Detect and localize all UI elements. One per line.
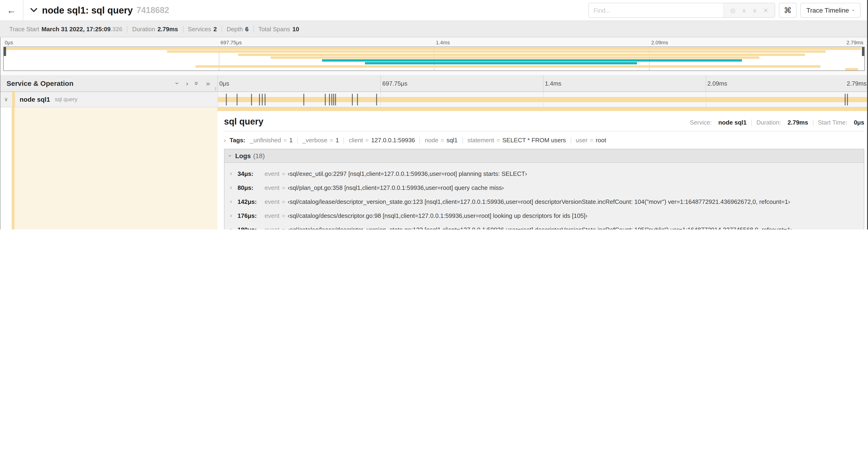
trace-summary-item: Duration2.79ms (128, 25, 183, 32)
view-selector-button[interactable]: Trace Timeline › (800, 3, 861, 18)
logs-title: Logs (235, 152, 251, 160)
highlight-matches-icon[interactable]: ◎ (730, 7, 736, 14)
left-window-edge (0, 37, 0, 230)
log-row[interactable]: ›34μs:event=‹sql/exec_util.go:2297 [nsql… (230, 167, 864, 181)
expand-all-icon[interactable]: » (206, 80, 210, 87)
chevron-right-icon[interactable]: › (230, 212, 238, 219)
logs-count: (18) (253, 152, 265, 160)
page-header: ← node sql1: sql query 7418682 ◎∧∨✕ ⌘ Tr… (0, 0, 868, 21)
axis-tick-label: 697.75μs (220, 40, 242, 45)
log-timestamp: 34μs: (238, 170, 265, 177)
log-timestamp: 189μs: (238, 226, 265, 230)
summary-value-fraction: .326 (111, 25, 123, 32)
minimap-right-drag-handle[interactable] (862, 47, 864, 56)
tag-key: _verbose (302, 137, 328, 144)
log-marker-tick (251, 94, 252, 105)
collapse-one-icon[interactable]: › (174, 82, 181, 85)
summary-value: 10 (292, 25, 299, 32)
axis-tick-label: 697.75μs (382, 80, 408, 87)
log-marker-tick (237, 94, 238, 105)
keyboard-shortcuts-button[interactable]: ⌘ (779, 3, 797, 18)
log-row[interactable]: ›142μs:event=‹sql/catalog/lease/descript… (230, 195, 864, 208)
minimap-span-bar (322, 59, 742, 62)
span-bar-track[interactable] (217, 92, 868, 107)
logs-header[interactable]: › Logs (18) (224, 149, 864, 163)
summary-label: Total Spans (258, 25, 290, 32)
log-row[interactable]: ›80μs:event=‹sql/plan_opt.go:358 [nsql1,… (230, 181, 864, 195)
chevron-right-icon[interactable]: › (230, 170, 238, 177)
service-operation-title: Service & Operation (6, 79, 177, 87)
tag-separator (420, 137, 420, 143)
timeline-minimap: 0μs697.75μs1.4ms2.09ms2.79ms (0, 37, 868, 71)
logs-panel: › Logs (18) ›34μs:event=‹sql/exec_util.g… (224, 149, 864, 230)
find-group: ◎∧∨✕ (588, 3, 775, 18)
right-scrollbar[interactable] (867, 0, 868, 230)
tag-pair: _unfinished=1 (250, 137, 292, 144)
tag-value: 1 (289, 137, 292, 144)
span-name-cell[interactable]: ∨ node sql1 sql query (0, 92, 217, 107)
chevron-right-icon[interactable]: › (230, 226, 238, 230)
clear-search-icon[interactable]: ✕ (763, 7, 768, 14)
span-row: ∨ node sql1 sql query (0, 92, 868, 107)
meta-value: 2.79ms (787, 119, 808, 126)
span-detail-meta: Service:node sql1Duration:2.79msStart Ti… (690, 119, 864, 126)
find-input[interactable] (589, 3, 723, 17)
tag-key: statement (467, 137, 494, 144)
axis-tick-label: 0μs (219, 80, 229, 87)
next-match-icon[interactable]: ∨ (752, 7, 757, 14)
page-title: node sql1: sql query (42, 5, 133, 15)
summary-value: 2.79ms (157, 25, 178, 32)
minimap-span-bar (195, 65, 820, 67)
tag-value: 127.0.0.1:59936 (371, 137, 415, 144)
axis-tick-label: 2.09ms (651, 40, 668, 45)
minimap-span-bar (365, 62, 637, 65)
span-detail-duration-bar (217, 107, 868, 111)
collapse-all-icon[interactable]: » (194, 81, 201, 85)
minimap-span-bar (167, 51, 826, 53)
log-marker-tick (376, 94, 377, 105)
log-row[interactable]: ›176μs:event=‹sql/catalog/descs/descript… (230, 208, 864, 223)
span-duration-bar (218, 97, 868, 102)
span-service-name: node sql1 (20, 96, 50, 103)
summary-label: Trace Start (9, 25, 39, 32)
log-marker-tick (335, 94, 336, 105)
meta-value: node sql1 (718, 119, 746, 126)
tag-key: user (576, 137, 588, 144)
log-field-value: ‹sql/exec_util.go:2297 [nsql1,client=127… (288, 170, 527, 177)
span-collapse-chevron-icon[interactable]: ∨ (0, 96, 12, 103)
timeline-axis: 0μs697.75μs1.4ms2.09ms2.79ms (217, 75, 868, 91)
log-field-value: ‹sql/catalog/descs/descriptor.go:98 [nsq… (288, 212, 588, 219)
minimap-canvas[interactable] (3, 47, 865, 71)
equals-sign: = (282, 170, 285, 177)
minimap-span-bar (238, 54, 805, 56)
minimap-left-drag-handle[interactable] (4, 47, 6, 56)
log-marker-tick (333, 94, 334, 105)
trace-summary-item: Total Spans10 (254, 25, 304, 32)
span-color-bar (12, 92, 15, 107)
prev-match-icon[interactable]: ∧ (742, 7, 746, 14)
trace-summary: Trace StartMarch 31 2022, 17:25:09.326Du… (0, 21, 868, 37)
equals-sign: = (283, 137, 287, 144)
chevron-right-icon[interactable]: › (230, 184, 238, 191)
span-detail-content: sql query Service:node sql1Duration:2.79… (217, 111, 868, 230)
meta-label: Start Time: (818, 119, 847, 126)
span-operation-name: sql query (55, 96, 78, 103)
axis-tick-label: 0μs (5, 40, 13, 45)
view-selector-label: Trace Timeline (806, 6, 849, 14)
tag-value: 1 (336, 137, 339, 144)
tag-separator (570, 137, 571, 143)
column-resize-handle[interactable]: ‖ (215, 86, 217, 91)
expand-one-icon[interactable]: › (186, 80, 188, 87)
tags-chevron-right-icon: › (224, 137, 226, 143)
log-row[interactable]: ›189μs:event=‹sql/catalog/lease/descript… (230, 223, 864, 230)
equals-sign: = (365, 137, 369, 144)
minimap-axis-labels: 0μs697.75μs1.4ms2.09ms2.79ms (3, 38, 865, 47)
title-chevron-down-icon[interactable] (30, 8, 37, 12)
tags-row[interactable]: › Tags: _unfinished=1_verbose=1client=12… (224, 137, 864, 144)
back-button[interactable]: ← (0, 0, 23, 21)
tag-pair: statement=SELECT * FROM users (467, 137, 566, 144)
minimap-gap (0, 71, 868, 75)
span-detail-panel: sql query Service:node sql1Duration:2.79… (217, 107, 868, 230)
service-operation-header: Service & Operation ››»» ‖ (0, 75, 217, 91)
chevron-right-icon[interactable]: › (230, 198, 238, 205)
